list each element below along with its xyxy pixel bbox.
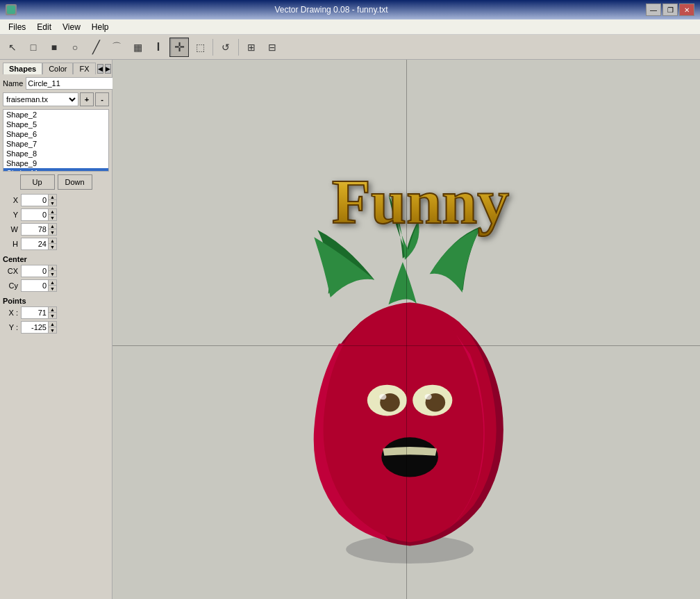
name-label: Name (3, 79, 23, 88)
menu-help[interactable]: Help (86, 21, 115, 33)
title-bar: Vector Drawing 0.08 - funny.txt — ❐ ✕ (0, 0, 700, 19)
main-layout: Shapes Color FX ◀ ▶ Name fraiseman.tx + … (0, 60, 700, 599)
h-spin-down[interactable]: ▼ (48, 244, 56, 249)
action1-tool-button[interactable]: ⊞ (242, 38, 261, 57)
y-input-wrap: ▲ ▼ (21, 208, 57, 221)
list-item[interactable]: Shape_9 (3, 158, 108, 168)
cy-label: Cy (3, 281, 18, 290)
cy-spin-down[interactable]: ▼ (48, 286, 56, 291)
py-spin-up[interactable]: ▲ (48, 322, 56, 327)
cx-spin-up[interactable]: ▲ (48, 265, 56, 271)
line-tool-button[interactable]: ╱ (86, 38, 106, 57)
file-select[interactable]: fraiseman.tx (3, 92, 78, 106)
text-tool-button[interactable]: I (149, 38, 168, 57)
py-spin-down[interactable]: ▼ (48, 327, 56, 333)
px-spin-down[interactable]: ▼ (48, 313, 56, 318)
updown-row: Up Down (3, 174, 109, 190)
x-label: X (3, 196, 18, 204)
app-icon (6, 4, 17, 15)
cy-spinner: ▲ ▼ (48, 280, 56, 291)
y-spin-up[interactable]: ▲ (48, 209, 56, 215)
close-button[interactable]: ✕ (679, 3, 694, 16)
tab-prev-arrow[interactable]: ◀ (97, 64, 103, 74)
action2-tool-button[interactable]: ⊟ (262, 38, 282, 57)
move-tool-button[interactable]: ✛ (169, 38, 189, 57)
name-input[interactable] (26, 77, 126, 90)
center-label: Center (3, 255, 109, 263)
x-input-wrap: ▲ ▼ (21, 194, 57, 206)
list-item[interactable]: Shape_8 (3, 149, 108, 158)
y-prop-row: Y ▲ ▼ (3, 208, 109, 221)
select2-tool-button[interactable]: ⬚ (190, 38, 210, 57)
rect-tool-button[interactable]: □ (24, 38, 43, 57)
w-spin-down[interactable]: ▼ (48, 229, 56, 235)
menu-files[interactable]: Files (3, 21, 31, 33)
cx-spinner: ▲ ▼ (48, 265, 56, 277)
menu-edit[interactable]: Edit (31, 21, 57, 33)
tab-color[interactable]: Color (42, 63, 73, 74)
left-panel: Shapes Color FX ◀ ▶ Name fraiseman.tx + … (0, 60, 112, 599)
py-label: Y : (3, 323, 18, 331)
h-input-wrap: ▲ ▼ (21, 238, 57, 250)
list-item[interactable]: Shape_6 (3, 129, 108, 139)
curve-tool-button[interactable]: ⌒ (107, 38, 126, 57)
cx-spin-down[interactable]: ▼ (48, 271, 56, 277)
svg-point-9 (383, 441, 437, 476)
px-input-wrap: ▲ ▼ (21, 306, 57, 319)
cx-label: CX (3, 267, 18, 275)
window-title: Vector Drawing 0.08 - funny.txt (17, 5, 646, 15)
py-input-wrap: ▲ ▼ (21, 321, 57, 334)
y-spin-down[interactable]: ▼ (48, 215, 56, 220)
y-spinner: ▲ ▼ (48, 209, 56, 220)
px-spinner: ▲ ▼ (48, 307, 56, 318)
menu-bar: Files Edit View Help (0, 19, 700, 35)
cx-input-wrap: ▲ ▼ (21, 265, 57, 277)
cy-spin-up[interactable]: ▲ (48, 280, 56, 286)
panel-tabs: Shapes Color FX ◀ ▶ (3, 63, 109, 74)
list-item[interactable]: Shape_5 (3, 120, 108, 129)
x-input[interactable] (22, 195, 48, 206)
y-input[interactable] (22, 209, 48, 220)
add-file-button[interactable]: + (80, 92, 94, 106)
shape-list[interactable]: Shape_2 Shape_5 Shape_6 Shape_7 Shape_8 … (3, 109, 109, 172)
minimize-button[interactable]: — (646, 3, 661, 16)
w-spin-up[interactable]: ▲ (48, 224, 56, 229)
cy-input[interactable] (22, 280, 48, 291)
h-input[interactable] (22, 238, 48, 249)
x-spin-down[interactable]: ▼ (48, 200, 56, 206)
px-prop-row: X : ▲ ▼ (3, 306, 109, 319)
h-prop-row: H ▲ ▼ (3, 238, 109, 250)
px-spin-up[interactable]: ▲ (48, 307, 56, 313)
svg-rect-0 (7, 6, 15, 14)
w-prop-row: W ▲ ▼ (3, 223, 109, 236)
px-input[interactable] (22, 307, 48, 318)
menu-view[interactable]: View (57, 21, 86, 33)
toolbar: ↖ □ ■ ○ ╱ ⌒ ▦ I ✛ ⬚ ↺ ⊞ ⊟ (0, 35, 700, 60)
y-label: Y (3, 211, 18, 219)
canvas-area[interactable]: Funny (112, 60, 700, 599)
circle-tool-button[interactable]: ○ (65, 38, 85, 57)
w-input[interactable] (22, 224, 48, 235)
tab-shapes[interactable]: Shapes (3, 63, 42, 74)
tab-next-arrow[interactable]: ▶ (105, 64, 111, 74)
cy-input-wrap: ▲ ▼ (21, 279, 57, 292)
list-item[interactable]: Shape_2 (3, 110, 108, 120)
list-item[interactable]: Shape_7 (3, 139, 108, 149)
points-label: Points (3, 297, 109, 305)
cx-input[interactable] (22, 265, 48, 277)
up-button[interactable]: Up (20, 174, 55, 190)
py-input[interactable] (22, 322, 48, 333)
undo-tool-button[interactable]: ↺ (216, 38, 235, 57)
remove-file-button[interactable]: - (95, 92, 109, 106)
select-tool-button[interactable]: ↖ (3, 38, 22, 57)
restore-button[interactable]: ❐ (662, 3, 678, 16)
image-tool-button[interactable]: ▦ (128, 38, 147, 57)
filled-rect-tool-button[interactable]: ■ (44, 38, 64, 57)
down-button[interactable]: Down (58, 174, 92, 190)
list-item-selected[interactable]: Circle_11 (3, 168, 108, 172)
h-spin-up[interactable]: ▲ (48, 238, 56, 244)
cx-prop-row: CX ▲ ▼ (3, 265, 109, 277)
x-spin-up[interactable]: ▲ (48, 195, 56, 200)
file-row: fraiseman.tx + - (3, 92, 109, 106)
tab-fx[interactable]: FX (73, 63, 95, 74)
